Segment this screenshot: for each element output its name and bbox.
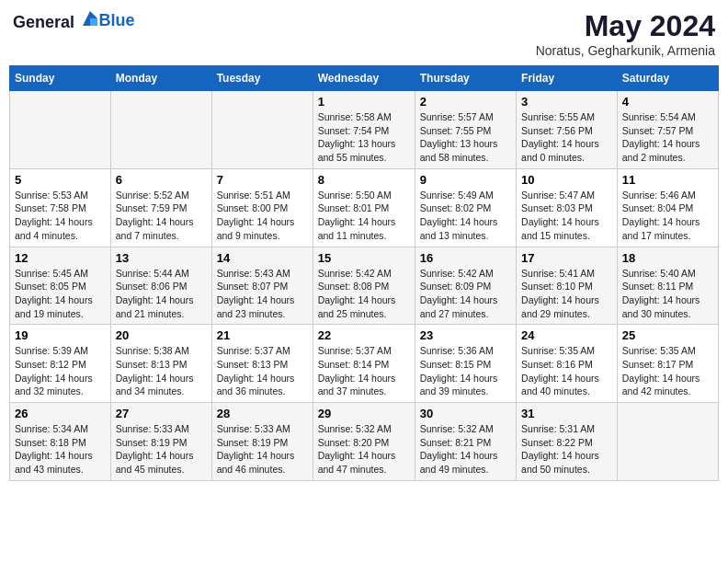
logo-general: General bbox=[13, 13, 74, 31]
day-number: 13 bbox=[116, 251, 207, 265]
calendar-cell: 4Sunrise: 5:54 AMSunset: 7:57 PMDaylight… bbox=[617, 91, 718, 169]
sunset: Sunset: 7:57 PM bbox=[622, 124, 713, 138]
calendar-cell bbox=[211, 91, 313, 169]
sunset: Sunset: 8:22 PM bbox=[521, 436, 612, 450]
calendar-cell: 1Sunrise: 5:58 AMSunset: 7:54 PMDaylight… bbox=[313, 91, 415, 169]
sunrise: Sunrise: 5:45 AM bbox=[15, 267, 106, 281]
logo-blue: Blue bbox=[99, 11, 135, 29]
sunrise: Sunrise: 5:38 AM bbox=[116, 344, 207, 358]
calendar-cell: 29Sunrise: 5:32 AMSunset: 8:20 PMDayligh… bbox=[313, 403, 415, 481]
daylight: Daylight: 14 hours and 2 minutes. bbox=[622, 137, 713, 164]
sunset: Sunset: 7:56 PM bbox=[521, 124, 612, 138]
day-info: Sunrise: 5:32 AMSunset: 8:21 PMDaylight:… bbox=[420, 422, 511, 477]
week-row-4: 19Sunrise: 5:39 AMSunset: 8:12 PMDayligh… bbox=[10, 325, 719, 403]
day-info: Sunrise: 5:50 AMSunset: 8:01 PMDaylight:… bbox=[318, 189, 410, 243]
location: Noratus, Gegharkunik, Armenia bbox=[536, 43, 715, 58]
daylight: Daylight: 14 hours and 49 minutes. bbox=[420, 449, 511, 476]
calendar-cell: 24Sunrise: 5:35 AMSunset: 8:16 PMDayligh… bbox=[517, 325, 618, 403]
calendar-cell: 7Sunrise: 5:51 AMSunset: 8:00 PMDaylight… bbox=[211, 168, 313, 247]
sunrise: Sunrise: 5:43 AM bbox=[217, 267, 308, 281]
daylight: Daylight: 14 hours and 47 minutes. bbox=[318, 449, 410, 476]
day-number: 11 bbox=[622, 173, 713, 187]
sunset: Sunset: 7:55 PM bbox=[420, 124, 511, 138]
day-number: 8 bbox=[318, 173, 410, 187]
calendar-cell: 17Sunrise: 5:41 AMSunset: 8:10 PMDayligh… bbox=[517, 247, 618, 325]
calendar-cell: 25Sunrise: 5:35 AMSunset: 8:17 PMDayligh… bbox=[617, 325, 718, 403]
sunrise: Sunrise: 5:33 AM bbox=[217, 422, 308, 436]
calendar-cell: 11Sunrise: 5:46 AMSunset: 8:04 PMDayligh… bbox=[617, 168, 718, 247]
sunrise: Sunrise: 5:55 AM bbox=[521, 110, 612, 124]
calendar-cell: 2Sunrise: 5:57 AMSunset: 7:55 PMDaylight… bbox=[415, 91, 516, 169]
day-number: 27 bbox=[116, 407, 207, 420]
sunrise: Sunrise: 5:35 AM bbox=[622, 344, 713, 358]
daylight: Daylight: 14 hours and 9 minutes. bbox=[217, 215, 308, 242]
sunrise: Sunrise: 5:44 AM bbox=[116, 267, 207, 281]
daylight: Daylight: 14 hours and 46 minutes. bbox=[217, 449, 308, 476]
sunset: Sunset: 8:14 PM bbox=[318, 358, 410, 372]
sunset: Sunset: 8:09 PM bbox=[420, 280, 511, 293]
day-number: 26 bbox=[15, 407, 106, 420]
day-info: Sunrise: 5:51 AMSunset: 8:00 PMDaylight:… bbox=[217, 189, 308, 243]
day-number: 17 bbox=[521, 251, 612, 265]
calendar-cell: 16Sunrise: 5:42 AMSunset: 8:09 PMDayligh… bbox=[415, 247, 516, 325]
day-number: 22 bbox=[318, 328, 410, 342]
sunset: Sunset: 8:15 PM bbox=[420, 358, 511, 372]
sunrise: Sunrise: 5:42 AM bbox=[318, 267, 410, 281]
calendar-cell: 18Sunrise: 5:40 AMSunset: 8:11 PMDayligh… bbox=[617, 247, 718, 325]
calendar-cell: 22Sunrise: 5:37 AMSunset: 8:14 PMDayligh… bbox=[313, 325, 415, 403]
daylight: Daylight: 14 hours and 0 minutes. bbox=[521, 137, 612, 164]
calendar-table: SundayMondayTuesdayWednesdayThursdayFrid… bbox=[9, 65, 719, 481]
sunrise: Sunrise: 5:35 AM bbox=[521, 344, 612, 358]
daylight: Daylight: 14 hours and 11 minutes. bbox=[318, 215, 410, 242]
daylight: Daylight: 14 hours and 23 minutes. bbox=[217, 293, 308, 320]
day-info: Sunrise: 5:35 AMSunset: 8:17 PMDaylight:… bbox=[622, 344, 713, 398]
sunset: Sunset: 8:06 PM bbox=[116, 280, 207, 293]
day-info: Sunrise: 5:57 AMSunset: 7:55 PMDaylight:… bbox=[420, 110, 511, 165]
calendar-cell: 30Sunrise: 5:32 AMSunset: 8:21 PMDayligh… bbox=[415, 403, 516, 481]
header-sunday: Sunday bbox=[10, 66, 111, 91]
day-info: Sunrise: 5:32 AMSunset: 8:20 PMDaylight:… bbox=[318, 422, 410, 477]
title-section: May 2024 Noratus, Gegharkunik, Armenia bbox=[536, 9, 715, 58]
day-info: Sunrise: 5:49 AMSunset: 8:02 PMDaylight:… bbox=[420, 189, 511, 243]
header-friday: Friday bbox=[517, 66, 618, 91]
daylight: Daylight: 14 hours and 27 minutes. bbox=[420, 293, 511, 320]
day-number: 25 bbox=[622, 328, 713, 342]
daylight: Daylight: 14 hours and 40 minutes. bbox=[521, 372, 612, 398]
sunrise: Sunrise: 5:34 AM bbox=[15, 422, 106, 436]
calendar-cell bbox=[617, 403, 718, 481]
daylight: Daylight: 14 hours and 42 minutes. bbox=[622, 372, 713, 398]
daylight: Daylight: 14 hours and 4 minutes. bbox=[15, 215, 106, 242]
day-info: Sunrise: 5:58 AMSunset: 7:54 PMDaylight:… bbox=[318, 110, 410, 165]
daylight: Daylight: 14 hours and 34 minutes. bbox=[116, 372, 207, 398]
day-number: 19 bbox=[15, 328, 106, 342]
daylight: Daylight: 14 hours and 21 minutes. bbox=[116, 293, 207, 320]
sunrise: Sunrise: 5:32 AM bbox=[318, 422, 410, 436]
sunrise: Sunrise: 5:58 AM bbox=[318, 110, 410, 124]
sunset: Sunset: 8:13 PM bbox=[217, 358, 308, 372]
day-number: 29 bbox=[318, 407, 410, 420]
calendar-cell: 12Sunrise: 5:45 AMSunset: 8:05 PMDayligh… bbox=[10, 247, 111, 325]
calendar-cell: 26Sunrise: 5:34 AMSunset: 8:18 PMDayligh… bbox=[10, 403, 111, 481]
day-info: Sunrise: 5:31 AMSunset: 8:22 PMDaylight:… bbox=[521, 422, 612, 477]
sunrise: Sunrise: 5:42 AM bbox=[420, 267, 511, 281]
daylight: Daylight: 14 hours and 19 minutes. bbox=[15, 293, 106, 320]
daylight: Daylight: 14 hours and 29 minutes. bbox=[521, 293, 612, 320]
sunrise: Sunrise: 5:39 AM bbox=[15, 344, 106, 358]
sunrise: Sunrise: 5:41 AM bbox=[521, 267, 612, 281]
calendar-cell: 21Sunrise: 5:37 AMSunset: 8:13 PMDayligh… bbox=[211, 325, 313, 403]
daylight: Daylight: 14 hours and 25 minutes. bbox=[318, 293, 410, 320]
calendar-cell: 20Sunrise: 5:38 AMSunset: 8:13 PMDayligh… bbox=[110, 325, 211, 403]
sunrise: Sunrise: 5:36 AM bbox=[420, 344, 511, 358]
sunset: Sunset: 8:02 PM bbox=[420, 201, 511, 215]
calendar-cell: 13Sunrise: 5:44 AMSunset: 8:06 PMDayligh… bbox=[110, 247, 211, 325]
day-info: Sunrise: 5:36 AMSunset: 8:15 PMDaylight:… bbox=[420, 344, 511, 398]
calendar-cell: 23Sunrise: 5:36 AMSunset: 8:15 PMDayligh… bbox=[415, 325, 516, 403]
sunrise: Sunrise: 5:49 AM bbox=[420, 189, 511, 202]
sunset: Sunset: 7:54 PM bbox=[318, 124, 410, 138]
day-number: 6 bbox=[116, 173, 207, 187]
logo-icon bbox=[81, 9, 99, 28]
day-info: Sunrise: 5:53 AMSunset: 7:58 PMDaylight:… bbox=[15, 189, 106, 243]
daylight: Daylight: 14 hours and 7 minutes. bbox=[116, 215, 207, 242]
sunset: Sunset: 8:05 PM bbox=[15, 280, 106, 293]
calendar-header-row: SundayMondayTuesdayWednesdayThursdayFrid… bbox=[10, 66, 719, 91]
